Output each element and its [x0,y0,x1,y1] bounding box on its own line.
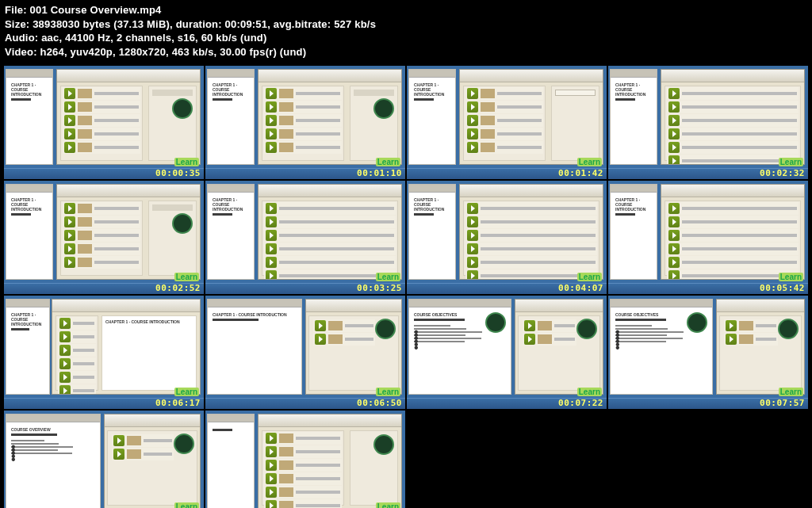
play-icon [467,270,478,279]
duration-value: 00:09:51 [225,18,268,30]
bullet-line [414,341,465,342]
browser-window [56,69,201,165]
play-icon [266,487,277,498]
play-icon [524,334,535,345]
browser-body [259,82,401,164]
video-title-line [73,349,94,352]
thumbnail[interactable]: CHAPTER 1 · COURSE INTRODUCTIONLearn00:0… [205,296,405,409]
thumbnail[interactable]: COURSE OVERVIEWLearn00:08:32 [4,411,204,508]
timestamp: 00:07:22 [558,398,603,408]
heading-rule [213,429,232,431]
video-thumbnail [328,334,343,344]
document-window: CHAPTER 1 · COURSE INTRODUCTION [6,184,53,280]
play-icon [467,257,478,268]
thumbnail[interactable]: CHAPTER 1 · COURSE INTRODUCTIONLearn00:0… [205,66,405,179]
thumbnail[interactable]: CHAPTER 1 · COURSE INTRODUCTIONLearn00:0… [608,181,808,294]
video-title-line [497,119,542,122]
document-window: CHAPTER 1 · COURSE INTRODUCTION [207,299,302,395]
video-thumbnail [78,116,92,125]
play-icon [64,203,75,214]
video-title-line [296,105,340,109]
size-value: 38938030 bytes (37.13 MiB) [33,18,170,30]
video-thumbnail [78,129,92,139]
video-list-column [60,201,143,276]
video-title-line [73,335,94,338]
course-badge-icon [576,319,597,339]
watermark: Learn [174,158,199,166]
thumbnail[interactable]: CHAPTER 1 · COURSE INTRODUCTIONLearn00:0… [407,181,607,294]
play-icon [668,257,680,268]
video-title-line [296,464,340,467]
browser-window [661,184,805,280]
video-title-line [296,504,340,507]
video-title-line [682,234,797,237]
thumbnail[interactable]: CHAPTER 1 · COURSE INTRODUCTIONLearn00:0… [407,66,607,179]
video-thumbnail [279,434,293,443]
watermark: Learn [779,273,803,281]
browser-window [258,184,402,280]
document-window: COURSE OBJECTIVES [408,299,511,395]
play-icon [266,433,277,444]
document-heading: CHAPTER 1 · COURSE INTRODUCTION [615,82,652,97]
side-panel [107,430,197,506]
video-title-line [296,92,340,95]
video-list-item [63,202,140,215]
watermark: Learn [174,388,199,396]
document-body: CHAPTER 1 · COURSE INTRODUCTION [6,307,49,339]
thumbnail[interactable]: CHAPTER 1 · COURSE INTRODUCTIONLearn00:0… [608,66,808,179]
browser-window [56,184,201,280]
play-icon [64,230,75,241]
play-icon [668,88,680,99]
thumbnail[interactable]: CHAPTER 1 · COURSE INTRODUCTIONCHAPTER 1… [4,296,204,409]
bullet-line [615,331,684,333]
video-thumbnail [481,102,495,112]
document-titlebar [409,300,511,307]
video-list-item [523,319,576,332]
watermark: Learn [577,158,602,166]
play-icon [64,257,75,268]
browser-window [459,184,603,280]
play-icon [266,230,277,241]
play-icon [668,142,680,153]
video-thumbnail [481,89,495,98]
play-icon [64,142,75,153]
browser-body [661,197,804,279]
thumbnail[interactable]: CHAPTER 1 · COURSE INTRODUCTIONLearn00:0… [4,181,204,294]
thumbnail[interactable]: COURSE OBJECTIVESLearn00:07:57 [608,296,808,409]
watermark: Learn [376,158,400,166]
video-thumbnail [279,143,293,152]
watermark: Learn [779,158,803,166]
side-column [350,430,398,506]
course-badge-icon [172,98,193,119]
video-thumbnail [538,321,552,330]
timestamp: 00:06:17 [155,398,201,408]
play-icon [266,473,277,484]
course-badge-icon [174,434,194,454]
video-title-line [345,324,373,327]
course-badge-icon [687,312,707,333]
thumbnail[interactable]: COURSE OBJECTIVESLearn00:07:22 [407,296,607,409]
document-body: COURSE OBJECTIVES [611,307,712,349]
video-title-line [497,146,542,149]
play-icon [467,243,478,254]
play-icon [64,243,75,254]
video-thumbnail [78,244,92,254]
duration-label: duration: [176,18,222,30]
document-heading: CHAPTER 1 · COURSE INTRODUCTION [213,312,297,317]
play-icon [64,88,75,99]
video-title-line [94,220,139,223]
thumbnail[interactable]: CHAPTER 1 · COURSE INTRODUCTIONLearn00:0… [205,181,405,294]
video-title-line [481,234,596,237]
video-title-line [554,338,575,341]
browser-chrome [259,185,401,197]
video-list-item [264,229,396,242]
video-list-item [63,87,140,100]
play-icon [59,345,71,356]
thumbnail[interactable]: CHAPTER 1 · COURSE INTRODUCTIONLearn00:0… [4,66,204,179]
thumbnail[interactable]: Learn00:09:04 [205,411,405,508]
play-icon [315,334,326,345]
video-title-line [144,453,172,456]
play-icon [64,128,75,139]
play-icon [59,385,71,394]
browser-chrome [259,414,401,427]
